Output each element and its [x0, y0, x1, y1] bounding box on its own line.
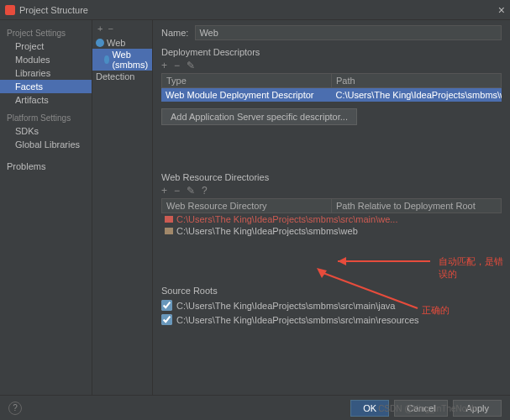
name-label: Name: — [161, 28, 188, 38]
col-wrd-dir: Web Resource Directory — [162, 199, 332, 213]
sidebar-item-facets[interactable]: Facets — [0, 80, 92, 93]
section-web-resource-dirs: Web Resource Directories — [161, 172, 502, 182]
edit-icon[interactable]: ✎ — [187, 185, 195, 197]
remove-icon[interactable]: − — [108, 24, 113, 34]
source-root-checkbox[interactable] — [161, 314, 172, 325]
add-app-server-button[interactable]: Add Application Server specific descript… — [161, 108, 357, 125]
dd-table-header: Type Path — [161, 73, 502, 88]
add-icon[interactable]: + — [97, 24, 103, 34]
remove-icon[interactable]: − — [174, 60, 180, 71]
content-panel: Name: Deployment Descriptors + − ✎ Type … — [153, 20, 510, 395]
section-source-roots: Source Roots — [161, 286, 502, 296]
sidebar-heading-project: Project Settings — [0, 27, 92, 39]
sidebar: Project Settings Project Modules Librari… — [0, 20, 92, 395]
col-path: Path — [332, 74, 501, 87]
app-icon — [5, 5, 15, 15]
add-icon[interactable]: + — [161, 185, 167, 197]
col-wrd-rel: Path Relative to Deployment Root — [332, 199, 501, 213]
tree-root-web[interactable]: Web — [92, 37, 152, 49]
source-root-row[interactable]: C:\Users\The King\IdeaProjects\smbms\src… — [161, 298, 502, 312]
source-root-path: C:\Users\The King\IdeaProjects\smbms\src… — [176, 315, 419, 325]
section-deployment-descriptors: Deployment Descriptors — [161, 47, 502, 57]
name-input[interactable] — [195, 25, 502, 40]
edit-icon[interactable]: ✎ — [187, 60, 195, 71]
globe-icon — [96, 39, 104, 47]
wrd-table-header: Web Resource Directory Path Relative to … — [161, 198, 502, 213]
help-icon[interactable]: ? — [202, 185, 208, 197]
close-icon[interactable]: × — [498, 3, 505, 17]
wrd-path: C:\Users\The King\IdeaProjects\smbms\src… — [176, 214, 397, 224]
dd-table-row[interactable]: Web Module Deployment Descriptor C:\User… — [161, 88, 502, 102]
globe-icon — [104, 55, 109, 64]
dd-cell-path: C:\Users\The King\IdeaProjects\smbms\web… — [332, 88, 502, 102]
remove-icon[interactable]: − — [174, 185, 180, 197]
titlebar: Project Structure × — [0, 0, 510, 20]
folder-icon — [165, 216, 173, 223]
sidebar-item-artifacts[interactable]: Artifacts — [0, 93, 92, 107]
wrd-path: C:\Users\The King\IdeaProjects\smbms\web — [176, 226, 358, 236]
sidebar-item-project[interactable]: Project — [0, 39, 92, 53]
sidebar-item-libraries[interactable]: Libraries — [0, 66, 92, 80]
sidebar-item-sdks[interactable]: SDKs — [0, 124, 92, 138]
wrd-row-error[interactable]: C:\Users\The King\IdeaProjects\smbms\src… — [161, 213, 502, 225]
dd-cell-type: Web Module Deployment Descriptor — [161, 88, 332, 102]
sidebar-heading-platform: Platform Settings — [0, 112, 92, 124]
sidebar-item-problems[interactable]: Problems — [0, 160, 92, 173]
source-root-checkbox[interactable] — [161, 300, 172, 311]
tree-child-web-smbms[interactable]: Web (smbms) — [92, 49, 152, 71]
col-type: Type — [162, 74, 332, 87]
sidebar-item-global-libs[interactable]: Global Libraries — [0, 138, 92, 151]
help-button[interactable]: ? — [8, 402, 22, 415]
watermark: CSDN @King_InTheNorth — [378, 404, 476, 413]
source-root-row[interactable]: C:\Users\The King\IdeaProjects\smbms\src… — [161, 312, 502, 327]
add-icon[interactable]: + — [161, 60, 167, 71]
folder-icon — [165, 228, 173, 234]
window-title: Project Structure — [19, 5, 88, 15]
tree-detection[interactable]: Detection — [92, 71, 152, 82]
sidebar-item-modules[interactable]: Modules — [0, 53, 92, 66]
facet-tree-panel: + − Web Web (smbms) Detection — [92, 20, 153, 395]
wrd-row-ok[interactable]: C:\Users\The King\IdeaProjects\smbms\web — [161, 225, 502, 237]
source-root-path: C:\Users\The King\IdeaProjects\smbms\src… — [176, 301, 395, 311]
